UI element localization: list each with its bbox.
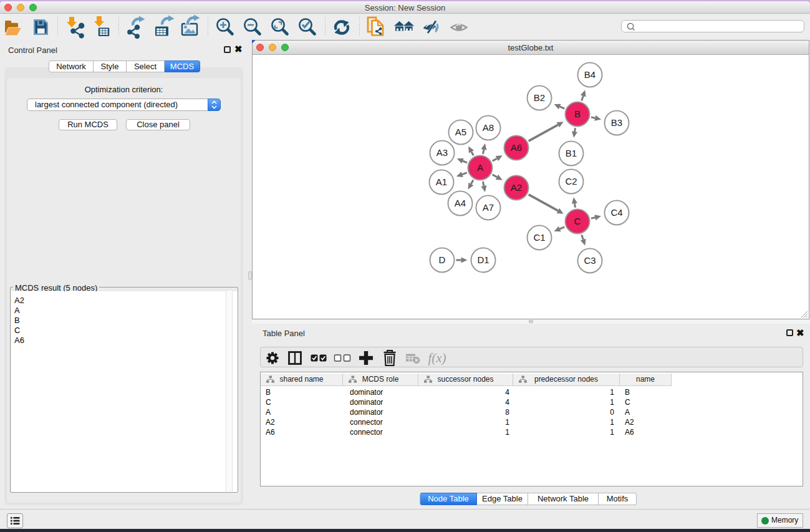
svg-text:A4: A4 [455, 198, 466, 208]
svg-text:A7: A7 [483, 202, 494, 213]
svg-text:C2: C2 [565, 176, 577, 186]
svg-text:C3: C3 [584, 255, 595, 266]
svg-text:B4: B4 [584, 69, 595, 80]
svg-text:C1: C1 [533, 232, 545, 243]
svg-text:A8: A8 [483, 122, 494, 133]
svg-text:A6: A6 [511, 142, 522, 153]
svg-text:A: A [477, 162, 483, 173]
svg-text:B1: B1 [566, 148, 577, 158]
svg-text:A5: A5 [455, 127, 466, 137]
svg-text:A3: A3 [436, 147, 448, 158]
svg-text:B2: B2 [534, 92, 545, 103]
svg-text:C: C [574, 216, 581, 226]
svg-text:A2: A2 [511, 182, 522, 193]
svg-text:B: B [574, 109, 581, 119]
svg-text:C4: C4 [610, 207, 622, 218]
svg-text:D: D [439, 254, 446, 265]
svg-text:B3: B3 [611, 117, 622, 128]
svg-text:D1: D1 [477, 254, 489, 265]
svg-text:f(x): f(x) [428, 351, 446, 365]
svg-text:A1: A1 [436, 177, 447, 187]
